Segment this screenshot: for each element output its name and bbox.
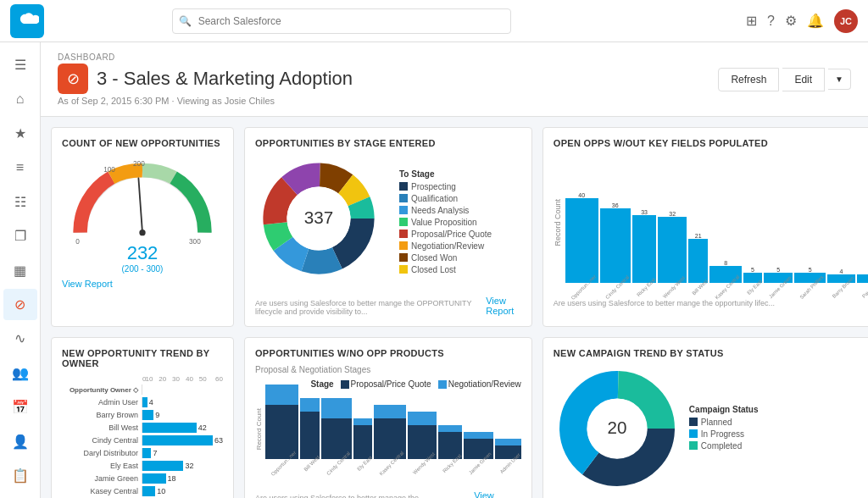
hbar-bill-west: Bill West 42 <box>62 423 223 433</box>
sidebar-favorites[interactable]: ★ <box>3 118 37 148</box>
svg-text:100: 100 <box>103 166 115 174</box>
sidebar-grid[interactable]: ▦ <box>3 255 37 285</box>
open-opps-footer: Are users using Salesforce to better man… <box>554 296 868 307</box>
sidebar-wave[interactable]: ∿ <box>3 324 37 354</box>
gauge-svg: 0 100 200 300 <box>62 155 223 248</box>
legend-proposal: Proposal/Price Quote <box>399 230 492 239</box>
legend-negotiation-review: Negotiation/Review <box>438 379 521 389</box>
sidebar-profile[interactable]: 👤 <box>3 426 37 456</box>
dashboard-icon: ⊘ <box>58 64 88 94</box>
donut-footnote: Are users using Salesforce to better man… <box>255 299 486 316</box>
sidebar-list[interactable]: ☷ <box>3 186 37 217</box>
legend-negotiation: Negotiation/Review <box>399 241 492 251</box>
legend-title: To Stage <box>399 169 492 179</box>
campaign-section: 20 Campaign Status Planned In Progress <box>554 365 868 492</box>
legend-closed-lost: Closed Lost <box>399 265 492 274</box>
gauge-card-footer: View Report <box>62 279 223 289</box>
edit-button[interactable]: Edit <box>782 68 825 91</box>
hbar-admin-user: Admin User 4 <box>62 397 223 407</box>
sidebar-objects[interactable]: ❐ <box>3 220 37 251</box>
campaign-legend-title: Campaign Status <box>689 405 759 414</box>
legend-completed: Completed <box>689 441 759 451</box>
svg-text:0: 0 <box>75 238 80 246</box>
hbar-ely-east: Ely East 32 <box>62 461 223 471</box>
avatar[interactable]: JC <box>834 9 858 33</box>
sidebar-feeds[interactable]: ≡ <box>3 152 37 182</box>
sidebar-menu[interactable]: ☰ <box>3 49 37 80</box>
hbar-cindy-central: Cindy Central 63 <box>62 435 223 445</box>
legend-planned: Planned <box>689 418 759 427</box>
no-products-card: OPPORTUNITIES w/No Opp Products Proposal… <box>244 337 532 498</box>
svg-text:300: 300 <box>189 238 201 246</box>
hbar-header: Opportunity Owner ◇ <box>62 385 223 395</box>
gauge-view-report[interactable]: View Report <box>62 279 113 289</box>
nav-right: ⊞ ? ⚙ 🔔 JC <box>746 9 858 33</box>
hbar-kasey-central: Kasey Central 10 <box>62 486 223 496</box>
sidebar-notes[interactable]: 📋 <box>3 461 37 491</box>
actions-dropdown-button[interactable]: ▼ <box>828 69 851 90</box>
notification-icon[interactable]: 🔔 <box>807 13 824 29</box>
sidebar: ☰ ⌂ ★ ≡ ☷ ❐ ▦ ⊘ ∿ 👥 📅 👤 📋 <box>0 42 41 498</box>
gauge-card-title: Count of New OPPORTUNITIES <box>62 138 223 148</box>
sidebar-dashboard[interactable]: ⊘ <box>3 289 37 319</box>
legend-in-progress: In Progress <box>689 429 759 439</box>
no-products-view-report[interactable]: View Report <box>474 490 521 498</box>
legend-closed-won: Closed Won <box>399 253 492 263</box>
sidebar-people[interactable]: 👥 <box>3 357 37 388</box>
opp-trend-card: New OPPORTUNITY Trend by Owner 0 10 20 3… <box>51 337 234 498</box>
svg-text:20: 20 <box>607 418 626 437</box>
stacked-bar-chart: Record Count Opportun...ner <box>255 392 521 485</box>
no-products-footnote: Are users using Salesforce to better man… <box>255 494 474 498</box>
hbar-jamie-green: Jamie Green 18 <box>62 473 223 484</box>
dashboard-grid: Count of New OPPORTUNITIES <box>41 117 868 498</box>
refresh-button[interactable]: Refresh <box>718 68 779 91</box>
svg-text:200: 200 <box>133 160 145 168</box>
donut-view-report[interactable]: View Report <box>486 296 521 316</box>
legend-value-prop: Value Proposition <box>399 218 492 227</box>
grid-icon[interactable]: ⊞ <box>746 13 757 29</box>
donut-card-title: OPPORTUNITIES by Stage Entered <box>255 138 521 148</box>
campaign-card-title: New CAMPAIGN Trend by Status <box>554 348 868 358</box>
no-products-subtitle: Proposal & Negotiation Stages <box>255 365 521 374</box>
donut-section: 337 To Stage Prospecting Qualification <box>255 155 521 290</box>
campaign-legend: Campaign Status Planned In Progress Comp… <box>689 405 759 453</box>
donut-card: OPPORTUNITIES by Stage Entered <box>244 127 532 327</box>
legend-prospecting: Prospecting <box>399 182 492 191</box>
help-icon[interactable]: ? <box>767 14 775 29</box>
sidebar-calendar[interactable]: 📅 <box>3 392 37 423</box>
svg-text:337: 337 <box>304 208 333 227</box>
legend-needs-analysis: Needs Analysis <box>399 206 492 215</box>
svg-point-1 <box>139 230 145 235</box>
campaign-donut: 20 <box>554 365 681 492</box>
record-count-label: Record Count <box>554 199 562 246</box>
no-products-footer: Are users using Salesforce to better man… <box>255 490 521 498</box>
donut-chart: 337 <box>255 155 391 290</box>
hbar-daryl: Daryl Distributor 7 <box>62 448 223 458</box>
legend-proposal: Proposal/Price Quote <box>341 379 431 389</box>
svg-line-0 <box>138 179 142 233</box>
opp-trend-title: New OPPORTUNITY Trend by Owner <box>62 348 223 368</box>
search-input[interactable] <box>172 8 511 34</box>
settings-icon[interactable]: ⚙ <box>785 13 797 29</box>
dashboard-subtitle: As of Sep 2, 2015 6:30 PM · Viewing as J… <box>58 96 353 106</box>
page-title: ⊘ 3 - Sales & Marketing Adoption <box>58 64 353 94</box>
hbar-barry-brown: Barry Brown 9 <box>62 410 223 420</box>
top-navigation: 🔍 ⊞ ? ⚙ 🔔 JC <box>0 0 868 42</box>
open-opps-card: Open OPPS w/out Key Fields Populated Rec… <box>542 127 868 327</box>
dashboard-title-section: DASHBOARD ⊘ 3 - Sales & Marketing Adopti… <box>58 53 353 106</box>
no-products-title: OPPORTUNITIES w/No Opp Products <box>255 348 521 358</box>
search-icon: 🔍 <box>179 15 192 27</box>
search-bar: 🔍 <box>172 8 511 34</box>
sidebar-home[interactable]: ⌂ <box>3 83 37 113</box>
gauge-card: Count of New OPPORTUNITIES <box>51 127 234 327</box>
dashboard-actions: Refresh Edit ▼ <box>718 68 851 91</box>
main-content: DASHBOARD ⊘ 3 - Sales & Marketing Adopti… <box>41 42 868 498</box>
salesforce-logo <box>10 4 44 38</box>
open-opps-title: Open OPPS w/out Key Fields Populated <box>554 138 868 148</box>
donut-legend: To Stage Prospecting Qualification Needs… <box>399 169 492 277</box>
open-opps-footnote: Are users using Salesforce to better man… <box>554 299 775 307</box>
legend-qualification: Qualification <box>399 194 492 203</box>
app-layout: ☰ ⌂ ★ ≡ ☷ ❐ ▦ ⊘ ∿ 👥 📅 👤 📋 DASHBOARD ⊘ 3 … <box>0 42 868 498</box>
donut-card-footer: Are users using Salesforce to better man… <box>255 296 521 316</box>
dashboard-header: DASHBOARD ⊘ 3 - Sales & Marketing Adopti… <box>41 42 868 117</box>
